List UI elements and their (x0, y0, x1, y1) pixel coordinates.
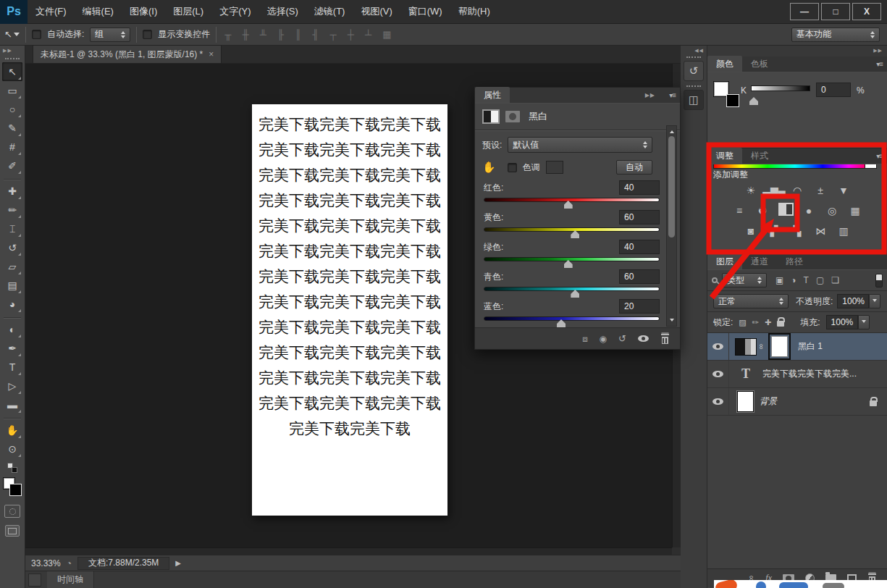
exposure-icon[interactable]: ± (812, 182, 830, 198)
layer-row-text[interactable]: T 完美下载完美下载完美... (707, 361, 887, 388)
distribute-top-icon[interactable]: ┬ (328, 29, 339, 40)
panel-menu-icon[interactable]: ▾≡ (876, 152, 883, 160)
slider-value-field[interactable]: 60 (619, 210, 660, 224)
canvas-horizontal-scrollbar[interactable] (25, 547, 672, 555)
auto-button[interactable]: 自动 (616, 160, 652, 175)
selective-color-icon[interactable]: ▥ (835, 223, 853, 238)
expand-dock-icon[interactable]: ▶▶ (707, 46, 887, 56)
slider-track[interactable] (484, 287, 660, 291)
gradient-tool[interactable]: ▤ (2, 276, 22, 295)
slider-thumb[interactable] (564, 201, 573, 209)
path-selection-tool[interactable]: ▷ (2, 377, 22, 395)
properties-panel-icon[interactable]: ◫ (684, 90, 704, 110)
screen-mode-button[interactable] (5, 525, 20, 537)
zoom-tool[interactable]: ⊙ (2, 440, 22, 458)
filter-type-layers-icon[interactable]: T (804, 275, 809, 285)
maximize-button[interactable]: □ (821, 3, 850, 20)
tab-color[interactable]: 颜色 (707, 56, 742, 72)
filter-kind-dropdown[interactable]: 类型 (722, 273, 767, 287)
levels-icon[interactable]: ▃▆▄ (765, 182, 783, 198)
slider-thumb[interactable] (571, 290, 579, 298)
lock-position-icon[interactable]: ✚ (765, 318, 771, 327)
slider-thumb[interactable] (571, 230, 579, 238)
curves-icon[interactable]: ◠ (789, 182, 807, 198)
quick-selection-tool[interactable]: ✎ (2, 119, 22, 138)
tab-channels[interactable]: 通道 (742, 253, 777, 269)
move-tool[interactable]: ↖ (2, 62, 22, 81)
menu-item[interactable]: 图像(I) (122, 0, 165, 24)
k-value-field[interactable]: 0 (816, 83, 851, 97)
history-panel-icon[interactable]: ↺ (684, 61, 704, 81)
distribute-bottom-icon[interactable]: ┴ (363, 29, 374, 40)
distribute-vertical-center-icon[interactable]: ┼ (345, 29, 356, 40)
zoom-level[interactable]: 33.33% (31, 558, 61, 568)
black-white-icon[interactable] (778, 203, 794, 216)
tab-layers[interactable]: 图层 (707, 253, 742, 269)
fill-dropdown-icon[interactable] (858, 315, 870, 329)
view-previous-state-icon[interactable]: ◉ (600, 334, 607, 344)
brightness-contrast-icon[interactable]: ☀ (742, 182, 760, 198)
menu-item[interactable]: 滤镜(T) (306, 0, 353, 24)
clip-to-layer-icon[interactable]: ⧈ (582, 334, 588, 344)
blend-mode-dropdown[interactable]: 正常 (713, 294, 789, 308)
filter-toggle-switch[interactable] (875, 274, 883, 287)
status-options-arrow-icon[interactable]: ▶ (175, 559, 181, 567)
tools-grip[interactable] (5, 58, 20, 59)
align-top-icon[interactable]: ╥ (222, 29, 233, 40)
auto-select-checkbox[interactable] (32, 30, 41, 39)
photo-filter-icon[interactable]: ● (800, 203, 818, 218)
targeted-adjustment-icon[interactable]: ✋ (482, 161, 496, 174)
mask-link-icon[interactable]: ∞ (757, 344, 766, 350)
quick-mask-button[interactable] (4, 505, 20, 518)
tint-checkbox[interactable] (508, 163, 517, 172)
history-brush-tool[interactable]: ↺ (2, 238, 22, 257)
properties-scrollbar[interactable] (666, 125, 677, 327)
foreground-background-swatches[interactable] (3, 477, 22, 496)
gradient-map-icon[interactable]: ⋈ (812, 223, 830, 238)
background-swatch[interactable] (726, 94, 739, 107)
dodge-tool[interactable]: ◐ (2, 320, 22, 339)
layer-name[interactable]: 完美下载完美下载完美... (762, 368, 857, 380)
menu-item[interactable]: 帮助(H) (450, 0, 498, 24)
tab-properties[interactable]: 属性 (475, 87, 510, 103)
auto-select-dropdown[interactable]: 组 (90, 28, 130, 42)
blur-tool[interactable]: ◕ (2, 295, 22, 314)
visibility-toggle[interactable] (707, 361, 729, 387)
menu-item[interactable]: 文件(F) (28, 0, 75, 24)
minimize-button[interactable]: — (790, 3, 819, 20)
color-lookup-icon[interactable]: ▦ (846, 203, 865, 218)
document-tab[interactable]: 未标题-1 @ 33.3% (黑白 1, 图层蒙版/16) * × (33, 45, 222, 63)
slider-value-field[interactable]: 40 (619, 180, 660, 195)
tool-preset-picker[interactable]: ↖ (4, 29, 20, 40)
collapse-dock-icon[interactable]: ◀◀ (681, 46, 707, 55)
threshold-icon[interactable]: ▚ (789, 223, 807, 238)
slider-thumb[interactable] (564, 260, 573, 268)
close-button[interactable]: X (852, 3, 881, 20)
clone-stamp-tool[interactable]: ⌶ (2, 219, 22, 238)
lock-all-icon[interactable] (777, 321, 784, 327)
tint-color-swatch[interactable] (546, 161, 563, 174)
align-right-icon[interactable]: ╢ (310, 29, 321, 40)
reset-adjustment-icon[interactable]: ↺ (618, 333, 626, 344)
layer-row-black-white[interactable]: ∞ 黑白 1 (707, 333, 887, 361)
mask-badge-icon[interactable] (505, 111, 520, 122)
k-slider[interactable] (751, 85, 810, 99)
visibility-toggle[interactable] (707, 388, 729, 415)
brush-tool[interactable]: ✏ (2, 201, 22, 219)
align-horizontal-center-icon[interactable]: ║ (293, 29, 303, 40)
filter-shape-layers-icon[interactable]: ▢ (816, 275, 824, 285)
timeline-tab[interactable]: 时间轴 (47, 571, 94, 588)
scrollbar-thumb[interactable] (668, 136, 675, 238)
filter-pixel-layers-icon[interactable]: ▣ (775, 275, 783, 285)
healing-brush-tool[interactable]: ✚ (2, 182, 22, 201)
opacity-dropdown-icon[interactable] (869, 294, 880, 308)
slider-track[interactable] (484, 198, 660, 202)
panel-menu-icon[interactable]: ▾≡ (669, 91, 676, 99)
shape-tool[interactable]: ▬ (2, 395, 22, 414)
color-panel-swatches[interactable] (713, 81, 739, 107)
collapse-panel-icon[interactable]: ▶▶ (645, 92, 655, 98)
visibility-toggle[interactable] (707, 333, 729, 360)
menu-item[interactable]: 视图(V) (353, 0, 400, 24)
type-tool[interactable]: T (2, 358, 22, 377)
tab-adjustments[interactable]: 调整 (707, 148, 742, 164)
